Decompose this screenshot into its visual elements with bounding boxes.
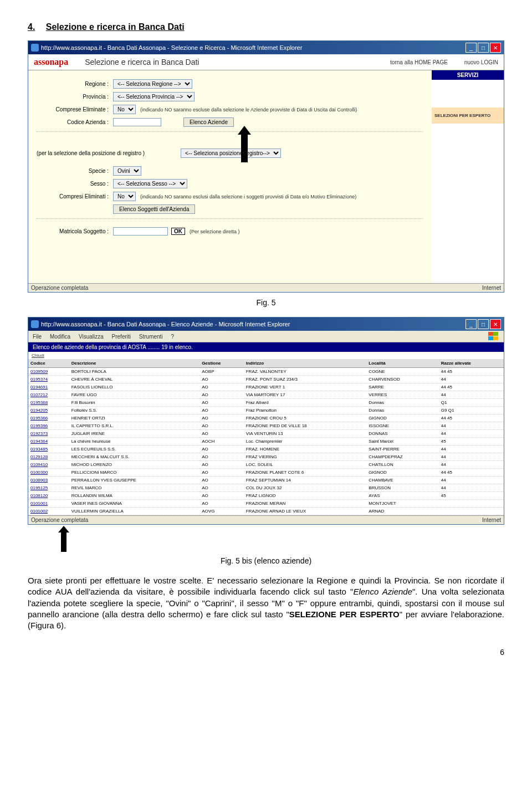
comprese-select[interactable]: No [113,105,136,114]
comprese-note: (indicando NO saranno escluse dalla sele… [140,107,357,112]
cell-descrizione: PELLICCIONI MARCO [69,469,200,477]
cell-descrizione: MECCHERI & MALCUIT S.S. [69,453,200,461]
cell-localita: GIGNOD [366,414,438,422]
table-row: 0109509BORTOLI PAOLAAOBPFRAZ. VALNONTEYC… [28,368,504,376]
arrow-indicator-2 [58,526,68,552]
cell-codice[interactable]: 0107212 [28,391,69,399]
window-title-2: http://www.assonapa.it - Banca Dati Asso… [41,321,290,327]
elenco-aziende-button[interactable]: Elenco Aziende [183,117,234,127]
home-link[interactable]: torna alla HOME PAGE [390,59,448,65]
menu-strumenti[interactable]: Strumenti [139,334,163,340]
cell-codice[interactable]: 0194691 [28,383,69,391]
cell-codice[interactable]: 0101002 [28,508,69,515]
cell-razze: 44 [439,376,504,383]
cell-indirizzo: FRAZIONE PIED DE VILLE 18 [244,422,367,430]
servizi-header: SERVIZI [432,70,504,80]
cell-descrizione: FASOLIS LIONELLO [69,383,200,391]
table-row: 0195368F.lli BosoninAOFraz AlbardDonnasQ… [28,399,504,407]
cell-razze: 44 45 [439,383,504,391]
menu-visualizza[interactable]: Visualizza [79,334,104,340]
cell-indirizzo: FRAZ. PONT SUAZ 234/3 [244,376,367,383]
specie-label: Specie : [37,168,113,174]
cell-razze: 44 [439,445,504,453]
cell-codice[interactable]: 0100300 [28,469,69,477]
cell-codice[interactable]: 0195368 [28,399,69,407]
specie-select[interactable]: Ovini [113,166,141,176]
compresi-select[interactable]: No [113,192,136,201]
menu-preferiti[interactable]: Preferiti [112,334,131,340]
table-row: 0195366HENRIET ORTZIAOFRAZIONE CROU 5GIG… [28,414,504,422]
cell-indirizzo: VIA VENTURIN 13 [244,430,367,438]
cell-codice[interactable]: 0101001 [28,500,69,508]
ie-window-2: http://www.assonapa.it - Banca Dati Asso… [28,317,504,525]
cell-descrizione: VUILLERMIN GRAZIELLA [69,508,200,515]
cell-localita: BRUSSON [366,484,438,492]
cell-localita: Saint Marcel [366,438,438,445]
codazienda-input[interactable] [113,118,161,126]
close-button[interactable]: ✕ [490,43,501,53]
menu-modifica[interactable]: Modifica [50,334,70,340]
matricola-input[interactable] [113,227,168,235]
cell-gestione: AOVG [200,508,243,515]
registro-select[interactable]: <-- Seleziona posizione registro--> [181,148,281,158]
titlebar-2: http://www.assonapa.it - Banca Dati Asso… [28,317,504,331]
login-link[interactable]: nuovo LOGIN [464,59,498,65]
cell-indirizzo: VIA MARTOREY 17 [244,391,367,399]
cell-codice[interactable]: 0129128 [28,453,69,461]
provincia-select[interactable]: <-- Seleziona Provincia --> [113,92,195,101]
menu-file[interactable]: File [33,334,42,340]
maximize-button[interactable]: □ [478,319,489,329]
ok-button[interactable]: OK [171,228,185,235]
cell-razze: Q1 [439,399,504,407]
regione-select[interactable]: <-- Seleziona Regione --> [113,79,192,89]
col-gestione: Gestione [200,359,243,368]
cell-razze: 44 [439,453,504,461]
cell-codice[interactable]: 0195125 [28,484,69,492]
minimize-button[interactable]: _ [466,43,477,53]
cell-gestione: AO [200,461,243,469]
maximize-button[interactable]: □ [478,43,489,53]
close-button[interactable]: ✕ [490,319,501,329]
cell-razze: G9 Q1 [439,407,504,414]
cell-localita: Donnas [366,399,438,407]
cell-codice[interactable]: 0195366 [28,414,69,422]
page-number: 6 [28,648,504,657]
cell-localita: SARRE [366,383,438,391]
cell-gestione: AO [200,422,243,430]
table-row: 0108903PERRAILLON YVES GIUSEPPEAOFRAZ SE… [28,477,504,484]
cell-codice[interactable]: 0193485 [28,445,69,453]
cell-descrizione: MICHOD LORENZO [69,461,200,469]
cell-descrizione: ROLLANDIN WILMA [69,492,200,500]
table-row: 0194205Folliolev S.S.AOFraz PramottonDon… [28,407,504,414]
minimize-button[interactable]: _ [466,319,477,329]
cell-indirizzo: FRAZ LIGNOD [244,492,367,500]
cell-localita: CHARVENSOD [366,376,438,383]
menu-help[interactable]: ? [171,334,174,340]
cell-codice[interactable]: 0109509 [28,368,69,376]
cell-gestione: AO [200,453,243,461]
fig5bis-caption: Fig. 5 bis (elenco aziende) [28,556,504,565]
cell-codice[interactable]: 0192373 [28,430,69,438]
cell-codice[interactable]: 0195396 [28,422,69,430]
cell-localita: Donnas [366,407,438,414]
cell-codice[interactable]: 0194205 [28,407,69,414]
section-number: 4. [28,22,35,32]
sesso-select[interactable]: <-- Seleziona Sesso --> [113,179,187,188]
cell-codice[interactable]: 0108903 [28,477,69,484]
cell-codice[interactable]: 0108120 [28,492,69,500]
fig5-caption: Fig. 5 [28,298,504,307]
cell-descrizione: JUGLAIR IRENE [69,430,200,438]
cell-indirizzo: COL DU JOUX 32 [244,484,367,492]
cell-codice[interactable]: 0195374 [28,376,69,383]
elenco-soggetti-button[interactable]: Elenco Soggetti dell'Azienda [113,204,195,214]
cell-razze: 44 45 [439,368,504,376]
cell-codice[interactable]: 0109410 [28,461,69,469]
cell-gestione: AO [200,430,243,438]
cell-razze: 44 [439,391,504,399]
chiudi-link[interactable]: Chiudi [28,352,504,359]
cell-indirizzo: LOC. SOLEIL [244,461,367,469]
cell-codice[interactable]: 0194364 [28,438,69,445]
table-row: 0195374CHEVRE À CHEVALAOFRAZ. PONT SUAZ … [28,376,504,383]
selezioni-per-esperto[interactable]: SELEZIONI PER ESPERTO [432,107,504,124]
cell-indirizzo: Fraz Pramotton [244,407,367,414]
